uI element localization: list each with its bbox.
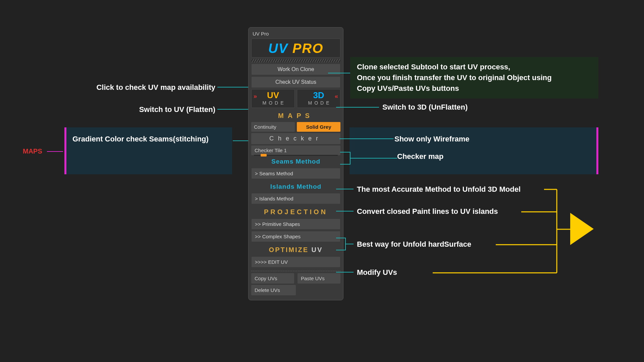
maps-header: MAPS — [251, 109, 340, 121]
separator — [251, 271, 340, 271]
3d-mode-arrows-icon: « — [335, 93, 338, 100]
work-on-clone-button[interactable]: Work On Clone — [251, 64, 340, 75]
maps-band-left: Gradient Color check Seams(stitching) — [64, 127, 232, 174]
uv-mode-button[interactable]: » UV MODE — [251, 89, 295, 108]
uv-mode-arrows-icon: » — [254, 93, 257, 100]
uv-mode-bottom: MODE — [252, 100, 294, 106]
tile-slider-knob-icon[interactable] — [261, 154, 267, 157]
label-clone-description: Clone selected Subtool to start UV proce… — [350, 57, 598, 99]
label-switch-uv: Switch to UV (Flatten) — [64, 105, 215, 114]
panel-title: UV Pro — [251, 29, 340, 39]
copy-uvs-button[interactable]: Copy UVs — [251, 273, 294, 284]
logo-pro: PRO — [292, 41, 324, 56]
continuity-button[interactable]: Continuity — [251, 122, 295, 132]
uv-mode-top: UV — [252, 91, 294, 100]
edit-uv-button[interactable]: >>>> EDIT UV — [251, 256, 340, 267]
maps-section-tag: MAPS — [23, 147, 42, 155]
optimize-uv-word: UV — [309, 246, 323, 253]
3d-mode-button[interactable]: « 3D MODE — [297, 89, 340, 108]
islands-method-button[interactable]: > Islands Method — [251, 193, 340, 204]
3d-mode-bottom: MODE — [297, 100, 340, 106]
optimize-word: OPTIMIZE — [269, 246, 309, 253]
projection-header: PROJECTION — [251, 205, 340, 217]
check-uv-status-button[interactable]: Check UV Status — [251, 76, 340, 88]
3d-mode-top: 3D — [297, 91, 340, 100]
maps-band-right: Show only Wireframe Checker map — [350, 127, 598, 174]
label-check-uv-availability: Click to check UV map availability — [64, 83, 215, 92]
complex-shapes-button[interactable]: >> Complex Shapes — [251, 231, 340, 242]
checker-tile-slider[interactable]: Checker Tile 1 — [251, 145, 340, 155]
label-best-hardsurface: Best way for Unfold hardSurface — [357, 240, 471, 249]
label-islands-convert: Convert closed Paint lines to UV islands — [357, 207, 498, 216]
solid-grey-button[interactable]: Solid Grey — [297, 122, 340, 132]
label-modify-uvs: Modify UVs — [357, 268, 397, 277]
checker-tile-label: Checker Tile 1 — [255, 147, 287, 153]
logo-row: UV PRO — [251, 39, 340, 58]
primitive-shapes-button[interactable]: >> Primitive Shapes — [251, 219, 340, 230]
label-show-wireframe: Show only Wireframe — [373, 135, 590, 143]
label-switch-3d: Switch to 3D (UnFlatten) — [382, 103, 468, 112]
hatch-divider — [251, 59, 340, 62]
uv-pro-panel: UV Pro UV PRO Work On Clone Check UV Sta… — [248, 27, 343, 300]
label-seams-accurate: The most Accurate Method to Unfold 3D Mo… — [357, 185, 521, 194]
label-gradient-seams: Gradient Color check Seams(stitching) — [72, 135, 209, 143]
delete-uvs-button[interactable]: Delete UVs — [251, 285, 296, 295]
label-clone-description-text: Clone selected Subtool to start UV proce… — [357, 63, 552, 93]
big-yellow-arrow-icon — [570, 213, 594, 245]
seams-method-button[interactable]: > Seams Method — [251, 168, 340, 179]
paste-uvs-button[interactable]: Paste UVs — [298, 273, 340, 284]
logo-uv: UV — [268, 41, 288, 56]
optimize-header: OPTIMIZE UV — [251, 243, 340, 255]
label-checker-map: Checker map — [373, 152, 590, 161]
islands-method-header: Islands Method — [251, 180, 340, 192]
seams-method-header: Seams Method — [251, 155, 340, 167]
checker-button[interactable]: Checker — [251, 133, 340, 144]
